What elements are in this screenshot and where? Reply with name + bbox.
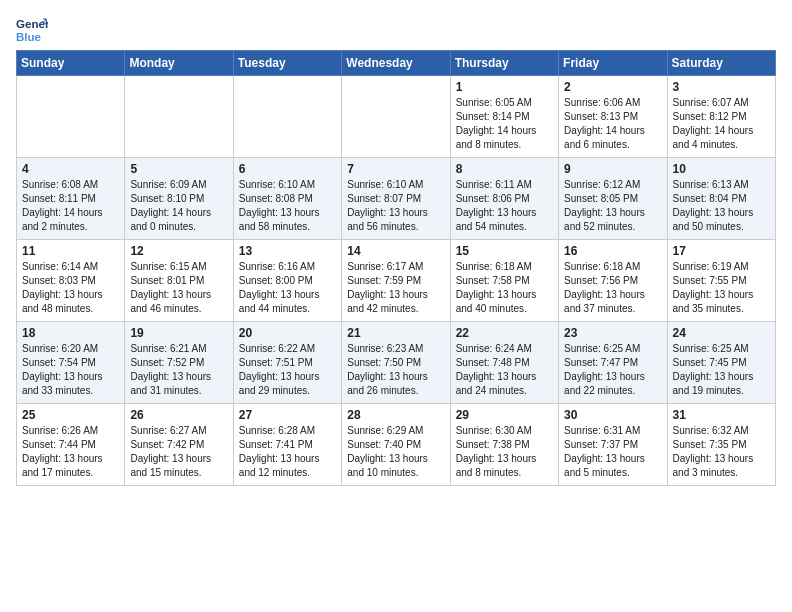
header-cell-tuesday: Tuesday (233, 51, 341, 76)
calendar-cell: 25Sunrise: 6:26 AM Sunset: 7:44 PM Dayli… (17, 404, 125, 486)
day-number: 19 (130, 326, 227, 340)
cell-text: Sunrise: 6:29 AM Sunset: 7:40 PM Dayligh… (347, 424, 444, 480)
calendar-cell: 12Sunrise: 6:15 AM Sunset: 8:01 PM Dayli… (125, 240, 233, 322)
cell-text: Sunrise: 6:25 AM Sunset: 7:47 PM Dayligh… (564, 342, 661, 398)
calendar-cell: 18Sunrise: 6:20 AM Sunset: 7:54 PM Dayli… (17, 322, 125, 404)
day-number: 28 (347, 408, 444, 422)
cell-text: Sunrise: 6:08 AM Sunset: 8:11 PM Dayligh… (22, 178, 119, 234)
cell-text: Sunrise: 6:20 AM Sunset: 7:54 PM Dayligh… (22, 342, 119, 398)
calendar-cell: 3Sunrise: 6:07 AM Sunset: 8:12 PM Daylig… (667, 76, 775, 158)
calendar-cell: 16Sunrise: 6:18 AM Sunset: 7:56 PM Dayli… (559, 240, 667, 322)
day-number: 8 (456, 162, 553, 176)
calendar-cell (342, 76, 450, 158)
calendar-cell: 27Sunrise: 6:28 AM Sunset: 7:41 PM Dayli… (233, 404, 341, 486)
calendar-table: SundayMondayTuesdayWednesdayThursdayFrid… (16, 50, 776, 486)
cell-text: Sunrise: 6:17 AM Sunset: 7:59 PM Dayligh… (347, 260, 444, 316)
cell-text: Sunrise: 6:28 AM Sunset: 7:41 PM Dayligh… (239, 424, 336, 480)
calendar-cell: 4Sunrise: 6:08 AM Sunset: 8:11 PM Daylig… (17, 158, 125, 240)
day-number: 30 (564, 408, 661, 422)
cell-text: Sunrise: 6:15 AM Sunset: 8:01 PM Dayligh… (130, 260, 227, 316)
cell-text: Sunrise: 6:25 AM Sunset: 7:45 PM Dayligh… (673, 342, 770, 398)
cell-text: Sunrise: 6:22 AM Sunset: 7:51 PM Dayligh… (239, 342, 336, 398)
calendar-cell: 2Sunrise: 6:06 AM Sunset: 8:13 PM Daylig… (559, 76, 667, 158)
week-row-4: 25Sunrise: 6:26 AM Sunset: 7:44 PM Dayli… (17, 404, 776, 486)
cell-text: Sunrise: 6:11 AM Sunset: 8:06 PM Dayligh… (456, 178, 553, 234)
calendar-cell: 21Sunrise: 6:23 AM Sunset: 7:50 PM Dayli… (342, 322, 450, 404)
cell-text: Sunrise: 6:26 AM Sunset: 7:44 PM Dayligh… (22, 424, 119, 480)
calendar-cell: 24Sunrise: 6:25 AM Sunset: 7:45 PM Dayli… (667, 322, 775, 404)
cell-text: Sunrise: 6:07 AM Sunset: 8:12 PM Dayligh… (673, 96, 770, 152)
calendar-cell: 22Sunrise: 6:24 AM Sunset: 7:48 PM Dayli… (450, 322, 558, 404)
cell-text: Sunrise: 6:19 AM Sunset: 7:55 PM Dayligh… (673, 260, 770, 316)
day-number: 20 (239, 326, 336, 340)
day-number: 10 (673, 162, 770, 176)
cell-text: Sunrise: 6:23 AM Sunset: 7:50 PM Dayligh… (347, 342, 444, 398)
day-number: 6 (239, 162, 336, 176)
header-cell-thursday: Thursday (450, 51, 558, 76)
logo-icon: General Blue (16, 14, 48, 46)
calendar-cell: 28Sunrise: 6:29 AM Sunset: 7:40 PM Dayli… (342, 404, 450, 486)
week-row-2: 11Sunrise: 6:14 AM Sunset: 8:03 PM Dayli… (17, 240, 776, 322)
day-number: 4 (22, 162, 119, 176)
cell-text: Sunrise: 6:10 AM Sunset: 8:08 PM Dayligh… (239, 178, 336, 234)
cell-text: Sunrise: 6:06 AM Sunset: 8:13 PM Dayligh… (564, 96, 661, 152)
header-cell-saturday: Saturday (667, 51, 775, 76)
header-cell-friday: Friday (559, 51, 667, 76)
cell-text: Sunrise: 6:10 AM Sunset: 8:07 PM Dayligh… (347, 178, 444, 234)
header: General Blue (16, 10, 776, 46)
day-number: 17 (673, 244, 770, 258)
day-number: 9 (564, 162, 661, 176)
logo: General Blue (16, 14, 52, 46)
calendar-cell (125, 76, 233, 158)
header-row: SundayMondayTuesdayWednesdayThursdayFrid… (17, 51, 776, 76)
day-number: 14 (347, 244, 444, 258)
calendar-cell: 26Sunrise: 6:27 AM Sunset: 7:42 PM Dayli… (125, 404, 233, 486)
calendar-cell: 14Sunrise: 6:17 AM Sunset: 7:59 PM Dayli… (342, 240, 450, 322)
day-number: 25 (22, 408, 119, 422)
week-row-1: 4Sunrise: 6:08 AM Sunset: 8:11 PM Daylig… (17, 158, 776, 240)
day-number: 7 (347, 162, 444, 176)
calendar-cell: 19Sunrise: 6:21 AM Sunset: 7:52 PM Dayli… (125, 322, 233, 404)
calendar-cell (233, 76, 341, 158)
day-number: 27 (239, 408, 336, 422)
calendar-cell: 1Sunrise: 6:05 AM Sunset: 8:14 PM Daylig… (450, 76, 558, 158)
cell-text: Sunrise: 6:24 AM Sunset: 7:48 PM Dayligh… (456, 342, 553, 398)
cell-text: Sunrise: 6:21 AM Sunset: 7:52 PM Dayligh… (130, 342, 227, 398)
calendar-cell: 5Sunrise: 6:09 AM Sunset: 8:10 PM Daylig… (125, 158, 233, 240)
cell-text: Sunrise: 6:18 AM Sunset: 7:56 PM Dayligh… (564, 260, 661, 316)
week-row-0: 1Sunrise: 6:05 AM Sunset: 8:14 PM Daylig… (17, 76, 776, 158)
cell-text: Sunrise: 6:18 AM Sunset: 7:58 PM Dayligh… (456, 260, 553, 316)
svg-text:General: General (16, 18, 48, 30)
cell-text: Sunrise: 6:32 AM Sunset: 7:35 PM Dayligh… (673, 424, 770, 480)
page: General Blue SundayMondayTuesdayWednesda… (0, 0, 792, 496)
calendar-cell: 11Sunrise: 6:14 AM Sunset: 8:03 PM Dayli… (17, 240, 125, 322)
calendar-cell: 30Sunrise: 6:31 AM Sunset: 7:37 PM Dayli… (559, 404, 667, 486)
calendar-cell: 13Sunrise: 6:16 AM Sunset: 8:00 PM Dayli… (233, 240, 341, 322)
calendar-cell: 6Sunrise: 6:10 AM Sunset: 8:08 PM Daylig… (233, 158, 341, 240)
svg-text:Blue: Blue (16, 31, 42, 43)
calendar-cell: 31Sunrise: 6:32 AM Sunset: 7:35 PM Dayli… (667, 404, 775, 486)
calendar-body: 1Sunrise: 6:05 AM Sunset: 8:14 PM Daylig… (17, 76, 776, 486)
day-number: 5 (130, 162, 227, 176)
day-number: 15 (456, 244, 553, 258)
day-number: 12 (130, 244, 227, 258)
cell-text: Sunrise: 6:16 AM Sunset: 8:00 PM Dayligh… (239, 260, 336, 316)
day-number: 21 (347, 326, 444, 340)
calendar-header: SundayMondayTuesdayWednesdayThursdayFrid… (17, 51, 776, 76)
day-number: 2 (564, 80, 661, 94)
calendar-cell: 29Sunrise: 6:30 AM Sunset: 7:38 PM Dayli… (450, 404, 558, 486)
calendar-cell: 7Sunrise: 6:10 AM Sunset: 8:07 PM Daylig… (342, 158, 450, 240)
calendar-cell: 9Sunrise: 6:12 AM Sunset: 8:05 PM Daylig… (559, 158, 667, 240)
cell-text: Sunrise: 6:09 AM Sunset: 8:10 PM Dayligh… (130, 178, 227, 234)
day-number: 13 (239, 244, 336, 258)
cell-text: Sunrise: 6:13 AM Sunset: 8:04 PM Dayligh… (673, 178, 770, 234)
header-cell-sunday: Sunday (17, 51, 125, 76)
day-number: 18 (22, 326, 119, 340)
day-number: 24 (673, 326, 770, 340)
day-number: 23 (564, 326, 661, 340)
calendar-cell: 17Sunrise: 6:19 AM Sunset: 7:55 PM Dayli… (667, 240, 775, 322)
week-row-3: 18Sunrise: 6:20 AM Sunset: 7:54 PM Dayli… (17, 322, 776, 404)
calendar-cell (17, 76, 125, 158)
calendar-cell: 20Sunrise: 6:22 AM Sunset: 7:51 PM Dayli… (233, 322, 341, 404)
calendar-cell: 23Sunrise: 6:25 AM Sunset: 7:47 PM Dayli… (559, 322, 667, 404)
